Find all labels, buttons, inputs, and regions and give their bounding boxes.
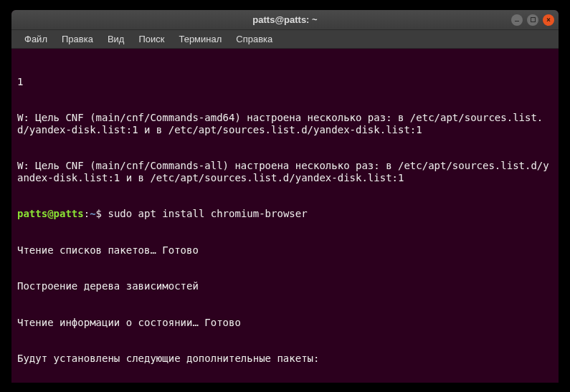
output-line: Будут установлены следующие дополнительн… [17,353,553,365]
prompt-dollar: $ [96,208,102,219]
prompt-line: patts@patts:~$ sudo apt install chromium… [17,208,553,220]
output-line: Чтение информации о состоянии… Готово [17,317,553,329]
output-line: Построение дерева зависимостей [17,280,553,292]
window-controls [511,14,554,26]
prompt-path: ~ [90,208,95,219]
menu-file[interactable]: Файл [17,31,54,47]
menu-edit[interactable]: Правка [54,31,100,47]
menu-search[interactable]: Поиск [131,31,171,47]
titlebar: patts@patts: ~ [11,10,559,30]
menu-help[interactable]: Справка [229,31,280,47]
terminal-window: patts@patts: ~ Файл Правка Вид Поиск Тер… [11,10,559,383]
entered-command: sudo apt install chromium-browser [108,208,307,219]
menu-terminal[interactable]: Терминал [171,31,229,47]
prompt-colon: : [84,208,90,219]
window-title: patts@patts: ~ [252,14,317,25]
output-line: Чтение списков пакетов… Готово [17,244,553,257]
output-line: W: Цель CNF (main/cnf/Commands-amd64) на… [17,112,553,136]
output-line: W: Цель CNF (main/cnf/Commands-all) наст… [17,160,553,184]
prompt-user-host: patts@patts [17,208,84,219]
close-button[interactable] [543,14,554,26]
maximize-button[interactable] [527,14,538,26]
minimize-button[interactable] [511,14,523,26]
terminal-body[interactable]: 1 W: Цель CNF (main/cnf/Commands-amd64) … [11,49,559,383]
output-line: 1 [17,76,553,88]
menubar: Файл Правка Вид Поиск Терминал Справка [11,30,559,49]
menu-view[interactable]: Вид [100,31,132,47]
